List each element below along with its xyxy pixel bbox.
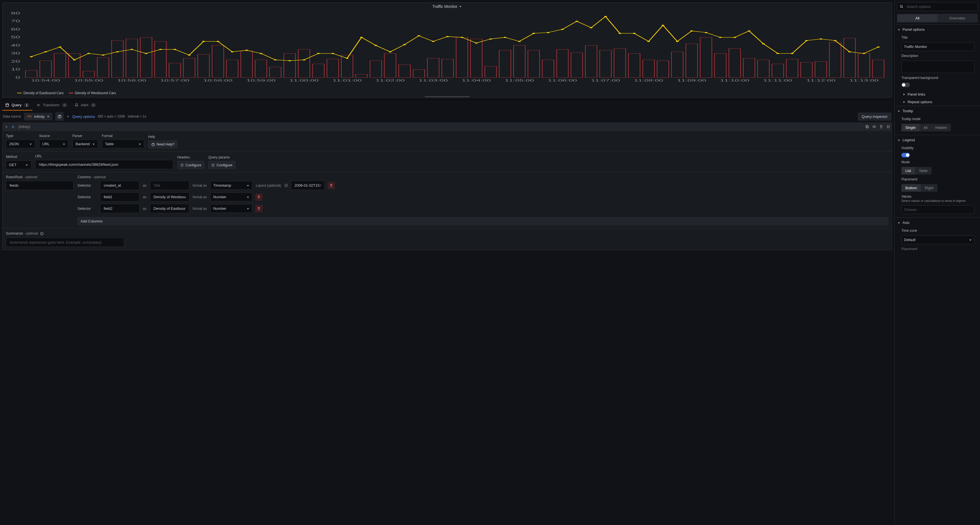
chevron-down-icon (969, 239, 972, 241)
transparent-bg-toggle[interactable] (901, 83, 910, 87)
headers-configure-button[interactable]: Configure (177, 161, 204, 169)
description-input[interactable] (901, 61, 974, 73)
svg-rect-61 (485, 66, 496, 78)
section-tooltip[interactable]: Tooltip (895, 106, 980, 116)
chart[interactable]: 0102030405060708010:54:0010:55:0010:56:0… (4, 11, 889, 83)
timezone-select[interactable]: Default (901, 235, 974, 244)
svg-point-144 (819, 38, 822, 40)
mode-table[interactable]: Table (915, 167, 932, 174)
seg-overrides[interactable]: Overrides (937, 14, 977, 22)
column-selector-input[interactable] (100, 192, 140, 202)
eye-icon[interactable] (872, 124, 876, 129)
panel-title-bar[interactable]: Traffic Monitor (3, 3, 892, 10)
svg-rect-47 (284, 54, 295, 78)
method-select[interactable]: GET (6, 160, 31, 169)
add-columns-button[interactable]: Add Columns (78, 217, 888, 225)
legend-values-input[interactable] (901, 205, 974, 214)
mode-list[interactable]: List (901, 167, 915, 174)
svg-point-134 (676, 41, 679, 42)
svg-point-146 (848, 51, 851, 53)
copy-icon[interactable] (865, 124, 869, 129)
column-format-select[interactable]: Number (210, 193, 253, 201)
tm-all[interactable]: All (920, 124, 931, 131)
sub-repeat-options[interactable]: Repeat options (895, 98, 980, 106)
svg-point-103 (231, 51, 234, 53)
svg-rect-30 (40, 61, 51, 78)
query-row-header[interactable]: A (Infinity) (2, 122, 892, 131)
search-options[interactable] (897, 2, 978, 11)
delete-column-button[interactable] (328, 182, 335, 189)
placement-right[interactable]: Right (921, 184, 937, 192)
info-icon[interactable] (40, 232, 44, 235)
rows-root-input[interactable] (6, 181, 73, 190)
svg-rect-41 (198, 54, 209, 78)
delete-column-button[interactable] (255, 205, 262, 212)
headers-label: Headers (177, 155, 204, 159)
sub-panel-links[interactable]: Panel links (895, 91, 980, 98)
datasource-help-button[interactable] (55, 112, 64, 121)
svg-rect-53 (370, 61, 382, 78)
legend-item-west[interactable]: Density of Westbound Cars (69, 91, 116, 95)
drag-handle-icon[interactable] (886, 124, 890, 129)
svg-rect-52 (356, 75, 367, 78)
column-layout-input[interactable] (291, 181, 325, 190)
parser-select[interactable]: Backend (72, 140, 98, 148)
trash-icon[interactable] (879, 124, 883, 129)
legend-item-east[interactable]: Density of Eastbound Cars (17, 91, 64, 95)
svg-rect-69 (600, 50, 611, 78)
format-select[interactable]: Table (102, 140, 144, 148)
svg-text:10: 10 (11, 68, 20, 72)
column-row: Selectorasformat asNumber (78, 192, 888, 202)
section-legend[interactable]: Legend (895, 135, 980, 145)
svg-rect-33 (83, 71, 94, 78)
column-selector-input[interactable] (100, 181, 140, 190)
svg-point-118 (446, 36, 449, 37)
query-inspector-button[interactable]: Query inspector (858, 113, 891, 121)
svg-text:60: 60 (11, 27, 20, 31)
panel-title-input[interactable] (901, 42, 974, 51)
section-axis[interactable]: Axis (895, 218, 980, 228)
chevron-right-icon[interactable] (67, 115, 69, 118)
selector-label: Selector (78, 195, 97, 199)
svg-point-104 (245, 49, 248, 51)
tab-query[interactable]: Query 1 (2, 100, 32, 110)
help-button[interactable]: Need Help? (148, 140, 178, 148)
type-select[interactable]: JSON (6, 140, 35, 148)
legend-visibility-toggle[interactable] (901, 153, 910, 157)
md-text: MD = auto = 1559 (98, 115, 125, 118)
chevron-down-icon[interactable] (5, 126, 8, 128)
tab-transform[interactable]: Transform 0 (33, 100, 70, 110)
svg-point-105 (259, 53, 262, 54)
svg-point-140 (762, 43, 765, 44)
tm-hidden[interactable]: Hidden (932, 124, 951, 131)
svg-rect-74 (671, 52, 683, 78)
scroll-thumb[interactable] (425, 96, 470, 97)
column-title-input[interactable] (150, 204, 189, 213)
trash-icon (257, 207, 261, 210)
seg-all[interactable]: All (897, 14, 937, 22)
section-panel-options[interactable]: Panel options (895, 24, 980, 34)
column-title-input[interactable] (150, 192, 189, 202)
editor-main-section: Type JSON Source URL Parser (2, 131, 892, 152)
svg-point-136 (705, 32, 708, 33)
column-selector-input[interactable] (100, 204, 140, 213)
column-format-select[interactable]: Timestamp (210, 181, 253, 190)
search-input[interactable] (906, 4, 975, 9)
tab-alert[interactable]: Alert 0 (72, 100, 99, 110)
source-select[interactable]: URL (39, 140, 68, 148)
bell-icon (75, 103, 79, 107)
summarize-input[interactable] (6, 238, 124, 247)
tm-single[interactable]: Single (901, 124, 920, 131)
query-options-link[interactable]: Query options (72, 115, 95, 119)
info-icon[interactable] (284, 184, 288, 187)
params-configure-button[interactable]: Configure (208, 161, 235, 169)
svg-point-117 (432, 41, 435, 42)
datasource-select[interactable]: Infinity (24, 113, 53, 120)
column-format-select[interactable]: Number (210, 204, 253, 213)
svg-text:11:11:00: 11:11:00 (763, 79, 792, 82)
delete-column-button[interactable] (255, 193, 262, 201)
legend-mode-label: Mode (901, 160, 974, 164)
column-title-input[interactable] (150, 181, 189, 190)
placement-bottom[interactable]: Bottom (901, 184, 921, 192)
url-input[interactable] (35, 160, 173, 169)
